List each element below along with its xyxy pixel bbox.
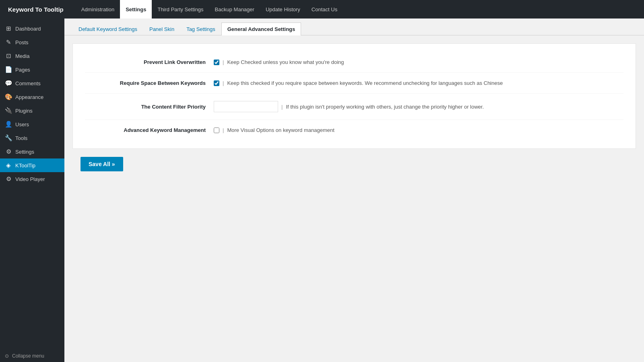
sidebar-label-media: Media (15, 53, 29, 59)
subtab-tag-settings[interactable]: Tag Settings (180, 23, 221, 35)
posts-icon: ✎ (5, 39, 12, 46)
tools-icon: 🔧 (5, 134, 12, 142)
control-content-filter: |If this plugin isn't properly working w… (214, 101, 623, 112)
sidebar-item-users[interactable]: 👤Users (0, 117, 64, 131)
app-title: Keyword To Tooltip (8, 6, 64, 13)
checkbox-require-space[interactable] (214, 80, 219, 86)
sidebar-item-comments[interactable]: 💬Comments (0, 76, 64, 90)
help-require-space: Keep this checked if you require space b… (227, 80, 503, 86)
input-content-filter[interactable] (214, 101, 278, 112)
label-content-filter: The Content Filter Priority (85, 104, 214, 110)
sidebar-label-video-player: Video Player (15, 176, 45, 182)
top-nav-item-third-party[interactable]: Third Party Settings (152, 0, 209, 19)
sidebar-item-pages[interactable]: 📄Pages (0, 63, 64, 76)
label-require-space: Require Space Between Keywords (85, 80, 214, 86)
separator-require-space: | (223, 80, 224, 86)
subtab-panel-skin[interactable]: Panel Skin (143, 23, 180, 35)
sidebar-item-video-player[interactable]: ⚙Video Player (0, 172, 64, 186)
sidebar-item-posts[interactable]: ✎Posts (0, 35, 64, 49)
separator-content-filter: | (281, 104, 283, 110)
sidebar-label-posts: Posts (15, 39, 29, 45)
help-content-filter: If this plugin isn't properly working wi… (286, 104, 484, 110)
settings-icon: ⚙ (5, 148, 12, 155)
top-nav-item-administration[interactable]: Administration (76, 0, 120, 19)
sidebar-label-plugins: Plugins (15, 108, 33, 114)
sidebar-item-ktooltip[interactable]: ◈KToolTip (0, 158, 64, 172)
help-prevent-link: Keep Checked unless you know what you're… (227, 59, 344, 65)
sidebar-label-settings: Settings (15, 149, 34, 155)
ktooltip-icon: ◈ (5, 162, 12, 169)
sidebar-label-pages: Pages (15, 67, 30, 73)
top-nav-item-settings[interactable]: Settings (120, 0, 152, 19)
subtab-general-advanced[interactable]: General Advanced Settings (221, 23, 301, 35)
settings-row-content-filter: The Content Filter Priority|If this plug… (85, 94, 623, 120)
label-advanced-keyword: Advanced Keyword Management (85, 127, 214, 133)
collapse-icon: ⊙ (5, 353, 9, 359)
control-prevent-link: |Keep Checked unless you know what you'r… (214, 59, 623, 65)
media-icon: ⊡ (5, 52, 12, 60)
sidebar-item-media[interactable]: ⊡Media (0, 49, 64, 63)
sidebar-item-appearance[interactable]: 🎨Appearance (0, 90, 64, 104)
layout: ⊞Dashboard✎Posts⊡Media📄Pages💬Comments🎨Ap… (0, 19, 644, 362)
collapse-menu[interactable]: ⊙Collapse menu (0, 350, 64, 362)
settings-row-advanced-keyword: Advanced Keyword Management|More Visual … (85, 120, 623, 140)
dashboard-icon: ⊞ (5, 25, 12, 32)
sidebar-label-ktooltip: KToolTip (15, 162, 35, 169)
sidebar: ⊞Dashboard✎Posts⊡Media📄Pages💬Comments🎨Ap… (0, 19, 64, 362)
sidebar-label-appearance: Appearance (15, 94, 43, 100)
separator-advanced-keyword: | (223, 127, 224, 133)
content-area: Prevent Link Overwritten|Keep Checked un… (64, 35, 644, 362)
settings-box: Prevent Link Overwritten|Keep Checked un… (72, 43, 636, 149)
control-require-space: |Keep this checked if you require space … (214, 80, 623, 86)
plugins-icon: 🔌 (5, 107, 12, 114)
video-player-icon: ⚙ (5, 175, 12, 183)
sidebar-item-settings[interactable]: ⚙Settings (0, 145, 64, 158)
label-prevent-link: Prevent Link Overwritten (85, 59, 214, 65)
sidebar-label-comments: Comments (15, 80, 41, 86)
collapse-label: Collapse menu (12, 353, 44, 359)
comments-icon: 💬 (5, 80, 12, 87)
top-nav-item-update-history[interactable]: Update History (260, 0, 306, 19)
top-nav-item-backup[interactable]: Backup Manager (209, 0, 260, 19)
separator-prevent-link: | (223, 59, 224, 65)
top-nav: AdministrationSettingsThird Party Settin… (76, 0, 343, 19)
save-all-button[interactable]: Save All » (80, 157, 123, 171)
control-advanced-keyword: |More Visual Options on keyword manageme… (214, 127, 623, 133)
main-content: Default Keyword SettingsPanel SkinTag Se… (64, 19, 644, 362)
sidebar-label-users: Users (15, 121, 29, 128)
checkbox-advanced-keyword[interactable] (214, 128, 219, 133)
sub-tabs: Default Keyword SettingsPanel SkinTag Se… (64, 19, 644, 35)
settings-row-require-space: Require Space Between Keywords|Keep this… (85, 73, 623, 94)
top-nav-item-contact[interactable]: Contact Us (306, 0, 343, 19)
subtab-default-keyword[interactable]: Default Keyword Settings (72, 23, 143, 35)
pages-icon: 📄 (5, 66, 12, 73)
users-icon: 👤 (5, 121, 12, 128)
sidebar-item-dashboard[interactable]: ⊞Dashboard (0, 22, 64, 35)
sidebar-item-plugins[interactable]: 🔌Plugins (0, 104, 64, 117)
sidebar-label-tools: Tools (15, 135, 27, 141)
help-advanced-keyword: More Visual Options on keyword managemen… (227, 127, 334, 133)
sidebar-label-dashboard: Dashboard (15, 26, 41, 32)
sidebar-item-tools[interactable]: 🔧Tools (0, 131, 64, 145)
top-bar: Keyword To Tooltip AdministrationSetting… (0, 0, 644, 19)
settings-row-prevent-link: Prevent Link Overwritten|Keep Checked un… (85, 52, 623, 73)
appearance-icon: 🎨 (5, 93, 12, 101)
checkbox-prevent-link[interactable] (214, 60, 219, 65)
